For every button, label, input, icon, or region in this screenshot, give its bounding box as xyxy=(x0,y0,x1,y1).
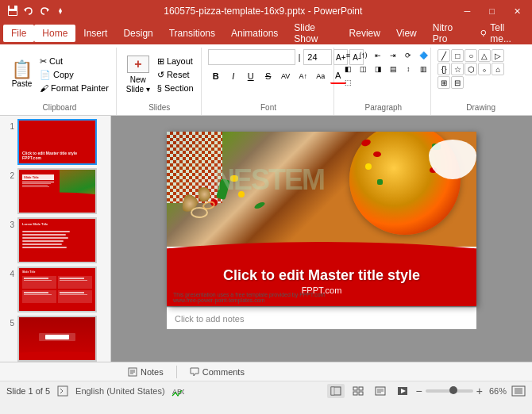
menu-insert[interactable]: Insert xyxy=(75,25,115,42)
slide-thumb-1[interactable]: 1 Click to edit Master title styleFPPT.c… xyxy=(3,119,107,165)
spell-check-icon[interactable]: ABC xyxy=(172,385,184,397)
section-button[interactable]: § Section xyxy=(155,82,196,94)
zoom-out-button[interactable]: − xyxy=(416,385,422,397)
shape-item[interactable]: ▷ xyxy=(492,49,504,62)
shape-item[interactable]: ╱ xyxy=(438,49,450,62)
save-icon[interactable] xyxy=(6,5,19,17)
new-slide-button[interactable]: + New Slide ▾ xyxy=(123,53,153,96)
text-box-button[interactable]: ⬚ xyxy=(341,76,355,89)
decrease-indent-button[interactable]: ⇤ xyxy=(371,49,385,62)
menu-animations[interactable]: Animations xyxy=(223,25,286,42)
reset-button[interactable]: ↺ Reset xyxy=(155,69,196,81)
font-case-button[interactable]: Aa xyxy=(313,68,329,84)
line-spacing-button[interactable]: ↕ xyxy=(401,63,415,75)
justify-button[interactable]: ▤ xyxy=(386,63,400,75)
cut-button[interactable]: ✂ Cut xyxy=(37,56,111,67)
slide-food-area xyxy=(167,132,476,247)
shape-item[interactable]: ⬦ xyxy=(478,63,491,75)
numbered-list-button[interactable]: ⑴ xyxy=(356,49,370,62)
shapes-button[interactable] xyxy=(512,49,532,54)
slideshow-button[interactable] xyxy=(394,384,411,398)
zoom-slider[interactable] xyxy=(426,389,473,393)
shape-item[interactable]: ⊞ xyxy=(438,76,450,89)
menu-home[interactable]: Home xyxy=(34,25,75,42)
quick-styles-button[interactable] xyxy=(512,62,532,67)
svg-rect-16 xyxy=(353,387,357,390)
underline-button[interactable]: U xyxy=(243,68,259,84)
align-left-button[interactable]: ◧ xyxy=(341,63,355,75)
bold-button[interactable]: B xyxy=(208,68,224,84)
slide-thumb-5[interactable]: 5 xyxy=(3,316,107,362)
arrange-button[interactable] xyxy=(512,56,532,60)
bullet-list-button[interactable]: ≡ xyxy=(341,49,355,62)
slideshow-icon xyxy=(397,386,408,396)
slide-canvas[interactable]: NESTEM Click to edit Master title style … xyxy=(167,132,476,306)
text-direction-button[interactable]: ⟳ xyxy=(401,49,415,62)
menu-design[interactable]: Design xyxy=(115,25,160,42)
zoom-bar: − + 66% xyxy=(416,385,507,397)
slide-number-2: 2 xyxy=(3,171,14,180)
normal-view-button[interactable] xyxy=(327,384,345,398)
comments-icon xyxy=(190,367,199,377)
font-size-input[interactable] xyxy=(303,49,332,65)
text-shadow-button[interactable]: AV xyxy=(278,68,294,84)
menu-slideshow[interactable]: Slide Show xyxy=(286,19,341,48)
menu-transitions[interactable]: Transitions xyxy=(161,25,223,42)
format-painter-button[interactable]: 🖌 Format Painter xyxy=(37,82,111,94)
slide-preview-4[interactable]: Slide Title xyxy=(17,266,97,312)
convert-smartart-button[interactable]: 🔷 xyxy=(416,49,430,62)
slides-label: Slides xyxy=(123,102,196,112)
slide-thumb-4[interactable]: 4 Slide Title xyxy=(3,266,107,312)
italic-button[interactable]: I xyxy=(226,68,241,84)
copy-button[interactable]: 📄 Copy xyxy=(37,69,111,81)
notes-input-area[interactable]: Click to add notes xyxy=(167,307,476,329)
slide-thumb-2[interactable]: 2 Slide Title xyxy=(3,168,107,214)
zoom-in-button[interactable]: + xyxy=(476,385,483,397)
slide-preview-1[interactable]: Click to edit Master title styleFPPT.com xyxy=(17,119,97,165)
slide-title[interactable]: Click to edit Master title style xyxy=(167,267,476,284)
shape-item[interactable]: {} xyxy=(438,63,450,75)
menu-file[interactable]: File xyxy=(3,25,34,42)
shape-item[interactable]: ☆ xyxy=(451,63,464,75)
font-label: Font xyxy=(208,102,330,112)
font-name-input[interactable] xyxy=(208,49,295,65)
menu-review[interactable]: Review xyxy=(341,25,388,42)
reading-view-button[interactable] xyxy=(372,384,389,398)
comments-tab[interactable]: Comments xyxy=(177,366,257,378)
align-right-button[interactable]: ◨ xyxy=(371,63,385,75)
shape-item[interactable]: ⌂ xyxy=(492,63,504,75)
minimize-button[interactable]: ─ xyxy=(460,5,476,18)
paste-button[interactable]: 📋 Paste xyxy=(8,59,36,90)
svg-rect-2 xyxy=(9,11,17,15)
new-slide-icon: + xyxy=(127,56,149,73)
slide-preview-3[interactable]: Lorem Slide Title xyxy=(17,217,97,263)
redo-icon[interactable] xyxy=(38,5,51,17)
close-button[interactable]: ✕ xyxy=(509,5,526,18)
increase-indent-button[interactable]: ⇥ xyxy=(386,49,400,62)
zoom-level[interactable]: 66% xyxy=(489,386,507,396)
layout-button[interactable]: ⊞ Layout xyxy=(155,56,196,67)
slide-preview-2[interactable]: Slide Title xyxy=(17,168,97,214)
shape-item[interactable]: ⊟ xyxy=(451,76,464,89)
menu-view[interactable]: View xyxy=(388,25,425,42)
shape-item[interactable]: ⬡ xyxy=(465,63,477,75)
customize-icon[interactable] xyxy=(54,5,67,17)
shape-item[interactable]: □ xyxy=(451,49,464,62)
columns-button[interactable]: ▥ xyxy=(416,63,430,75)
char-spacing-button[interactable]: A↑ xyxy=(295,68,311,84)
align-center-button[interactable]: ◫ xyxy=(356,63,370,75)
slide-info-icon[interactable] xyxy=(56,385,69,397)
shape-item[interactable]: △ xyxy=(478,49,491,62)
menu-nitro[interactable]: Nitro Pro xyxy=(425,19,472,48)
slide-preview-5[interactable] xyxy=(17,316,97,362)
fit-slide-button[interactable] xyxy=(511,385,526,397)
notes-tab[interactable]: Notes xyxy=(115,366,177,378)
slide-sorter-button[interactable] xyxy=(349,384,367,398)
strikethrough-button[interactable]: S xyxy=(260,68,276,84)
maximize-button[interactable]: □ xyxy=(484,5,499,18)
slide-thumb-3[interactable]: 3 Lorem Slide Title xyxy=(3,217,107,263)
status-bar: Slide 1 of 5 English (United States) ABC xyxy=(0,381,532,400)
undo-icon[interactable] xyxy=(22,5,35,17)
shape-item[interactable]: ○ xyxy=(465,49,477,62)
menu-tell-me[interactable]: Tell me... xyxy=(472,19,529,48)
